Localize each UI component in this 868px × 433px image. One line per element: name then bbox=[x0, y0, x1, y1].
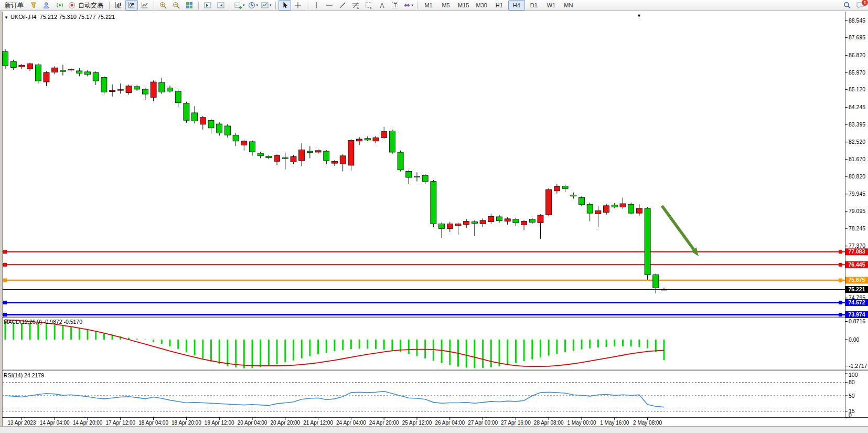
zoom-in-icon[interactable] bbox=[157, 0, 169, 10]
svg-text:85.120: 85.120 bbox=[849, 86, 865, 92]
candlestick-chart-icon[interactable] bbox=[125, 0, 138, 10]
horizontal-line-tool-icon[interactable] bbox=[323, 0, 336, 10]
timeframe-button-d1[interactable]: D1 bbox=[526, 0, 542, 10]
svg-text:2 May 08:00: 2 May 08:00 bbox=[633, 420, 662, 426]
macd-indicator-label: MACD(12,26,9) -0.9872 -0.5170 bbox=[4, 319, 82, 325]
line-handle[interactable] bbox=[3, 301, 7, 304]
line-handle[interactable] bbox=[3, 278, 7, 282]
price-chart-svg[interactable]: 88.54587.69586.82085.97085.12084.24583.3… bbox=[0, 0, 868, 433]
arrange-windows-icon[interactable] bbox=[201, 0, 214, 10]
svg-text:27 Apr 16:00: 27 Apr 16:00 bbox=[501, 420, 531, 426]
line-handle[interactable] bbox=[3, 263, 7, 267]
svg-text:0.8716: 0.8716 bbox=[849, 318, 865, 324]
svg-text:25 Apr 12:00: 25 Apr 12:00 bbox=[402, 420, 432, 426]
new-chart-button[interactable]: ▾ bbox=[233, 0, 246, 10]
timeframe-button-m5[interactable]: M5 bbox=[437, 0, 454, 10]
timeframe-button-m30[interactable]: M30 bbox=[473, 0, 490, 10]
timeframe-button-w1[interactable]: W1 bbox=[543, 0, 560, 10]
toolbar-separator bbox=[417, 2, 417, 9]
svg-text:86.820: 86.820 bbox=[849, 52, 865, 58]
svg-text:77.083: 77.083 bbox=[848, 248, 865, 255]
timeframe-button-mn[interactable]: MN bbox=[560, 0, 577, 10]
new-order-button[interactable]: 新订单 bbox=[2, 0, 27, 10]
svg-text:81.670: 81.670 bbox=[849, 156, 865, 162]
svg-text:75.221: 75.221 bbox=[848, 286, 865, 292]
svg-text:0.00: 0.00 bbox=[849, 336, 860, 343]
bar-chart-icon[interactable] bbox=[112, 0, 125, 10]
svg-text:1 May 16:00: 1 May 16:00 bbox=[600, 420, 629, 426]
text-label-tool-icon[interactable]: T bbox=[389, 0, 401, 10]
line-handle[interactable] bbox=[839, 313, 842, 316]
svg-text:83.395: 83.395 bbox=[849, 121, 865, 128]
line-chart-icon[interactable] bbox=[138, 0, 151, 10]
template-selector-icon[interactable]: ▾ bbox=[260, 0, 273, 10]
tile-windows-icon[interactable] bbox=[183, 0, 196, 10]
line-handle[interactable] bbox=[839, 301, 842, 304]
svg-text:100: 100 bbox=[849, 372, 858, 378]
crosshair-tool-icon[interactable] bbox=[292, 0, 304, 10]
svg-text:18 Apr 20:00: 18 Apr 20:00 bbox=[172, 420, 201, 426]
svg-text:88.545: 88.545 bbox=[849, 17, 865, 24]
svg-text:28 Apr 08:00: 28 Apr 08:00 bbox=[534, 420, 564, 426]
shapes-tool-icon[interactable]: ▾ bbox=[402, 0, 415, 10]
chart-ohlc-values: 75.212 75.310 75.177 75.221 bbox=[40, 14, 115, 20]
svg-text:E: E bbox=[357, 6, 359, 9]
filter-icon[interactable] bbox=[27, 0, 40, 10]
svg-text:19 Apr 12:00: 19 Apr 12:00 bbox=[205, 420, 234, 426]
trendline-tool-icon[interactable] bbox=[336, 0, 349, 10]
notifications-icon[interactable]: 1 bbox=[854, 0, 866, 10]
svg-text:F: F bbox=[370, 6, 372, 9]
cursor-tool-icon[interactable] bbox=[278, 0, 291, 10]
autotrading-button[interactable]: 自动交易 bbox=[67, 0, 106, 10]
svg-text:13 Apr 2023: 13 Apr 2023 bbox=[7, 420, 36, 426]
line-handle[interactable] bbox=[839, 250, 842, 254]
market-watch-icon[interactable] bbox=[40, 0, 53, 10]
line-handle[interactable] bbox=[839, 263, 842, 267]
timeframe-button-h4[interactable]: H4 bbox=[508, 0, 525, 10]
toolbar-separator bbox=[307, 2, 307, 9]
svg-text:87.695: 87.695 bbox=[849, 34, 865, 40]
svg-text:78.245: 78.245 bbox=[849, 225, 865, 231]
line-handle[interactable] bbox=[839, 278, 842, 282]
svg-text:20 Apr 04:00: 20 Apr 04:00 bbox=[238, 420, 267, 426]
svg-text:14 Apr 04:00: 14 Apr 04:00 bbox=[40, 420, 70, 426]
cascade-windows-icon[interactable] bbox=[215, 0, 227, 10]
channel-tool-icon[interactable]: F bbox=[362, 0, 375, 10]
svg-text:21 Apr 12:00: 21 Apr 12:00 bbox=[303, 420, 333, 426]
timeframe-button-m1[interactable]: M1 bbox=[420, 0, 437, 10]
chart-menu-triangle-icon[interactable]: ▼ bbox=[4, 15, 8, 20]
vertical-line-tool-icon[interactable] bbox=[310, 0, 323, 10]
notification-badge: 1 bbox=[862, 0, 868, 6]
svg-text:1 May 00:00: 1 May 00:00 bbox=[567, 420, 596, 426]
chart-symbol-period: UKOil-,H4 bbox=[10, 14, 37, 20]
svg-text:26 Apr 04:00: 26 Apr 04:00 bbox=[435, 420, 465, 426]
toolbar-separator bbox=[230, 2, 230, 9]
svg-text:79.945: 79.945 bbox=[849, 191, 865, 197]
svg-text:85.970: 85.970 bbox=[849, 69, 865, 76]
timeframe-button-m15[interactable]: M15 bbox=[455, 0, 472, 10]
svg-text:17 Apr 12:00: 17 Apr 12:00 bbox=[105, 420, 135, 426]
fibonacci-tool-icon[interactable]: E bbox=[349, 0, 362, 10]
period-selector-icon[interactable]: ▾ bbox=[247, 0, 260, 10]
svg-text:A: A bbox=[380, 2, 384, 9]
search-icon[interactable] bbox=[841, 0, 853, 10]
chevron-down-icon: ▾ bbox=[243, 3, 245, 7]
line-handle[interactable] bbox=[3, 313, 7, 316]
main-toolbar: 新订单自动交易▾▾▾EFAT▾M1M5M15M30H1H4D1W1MN1 bbox=[0, 0, 868, 11]
svg-text:79.095: 79.095 bbox=[849, 208, 865, 214]
svg-text:80.820: 80.820 bbox=[849, 173, 865, 179]
rsi-indicator-label: RSI(14) 24.2179 bbox=[4, 372, 44, 378]
svg-text:76.445: 76.445 bbox=[848, 261, 865, 268]
svg-text:T: T bbox=[393, 3, 397, 8]
svg-text:24 Apr 20:00: 24 Apr 20:00 bbox=[369, 420, 399, 426]
timeframe-button-h1[interactable]: H1 bbox=[491, 0, 508, 10]
chart-quick-menu-icon[interactable]: ▼ bbox=[637, 13, 641, 18]
chevron-down-icon: ▾ bbox=[412, 3, 414, 7]
zoom-out-icon[interactable] bbox=[170, 0, 183, 10]
line-handle[interactable] bbox=[3, 250, 7, 254]
signals-icon[interactable] bbox=[53, 0, 66, 10]
text-tool-icon[interactable]: A bbox=[376, 0, 388, 10]
svg-text:-1.2717: -1.2717 bbox=[849, 363, 867, 369]
svg-text:75.675: 75.675 bbox=[848, 277, 865, 283]
status-bar bbox=[0, 427, 868, 433]
